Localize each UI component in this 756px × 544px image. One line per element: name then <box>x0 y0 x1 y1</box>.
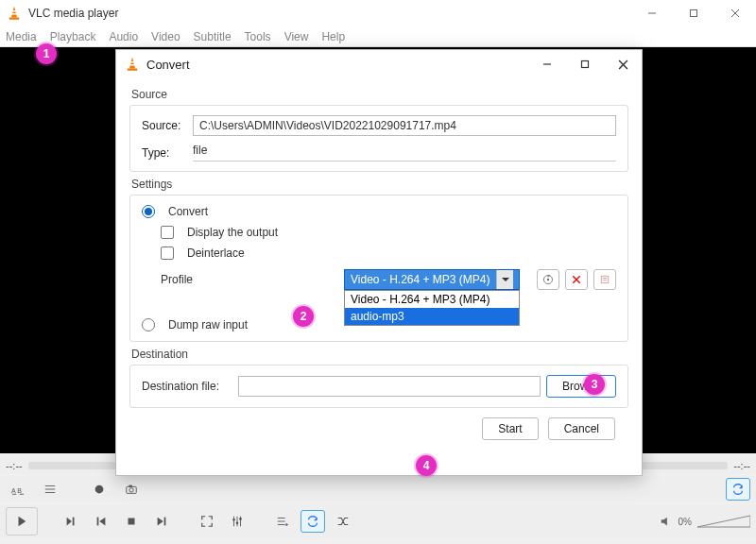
profile-dropdown: Video - H.264 + MP3 (MP4) audio-mp3 <box>344 290 520 326</box>
display-output-label: Display the output <box>187 226 278 239</box>
list-button[interactable] <box>38 478 62 501</box>
maximize-button[interactable] <box>673 0 714 26</box>
minimize-button[interactable] <box>631 0 673 26</box>
convert-dialog: Convert Source Source: Type: file Settin… <box>115 49 643 476</box>
svg-point-24 <box>239 518 242 520</box>
svg-rect-1 <box>11 13 17 15</box>
browse-button[interactable]: Browse <box>546 375 616 398</box>
svg-rect-14 <box>129 485 132 487</box>
destination-group: Destination file: Browse <box>129 365 628 408</box>
profile-option[interactable]: Video - H.264 + MP3 (MP4) <box>345 291 519 308</box>
vlc-cone-icon <box>6 5 23 22</box>
repeat-button[interactable] <box>301 510 325 533</box>
profile-option[interactable]: audio-mp3 <box>345 308 519 325</box>
destination-group-label: Destination <box>131 348 628 361</box>
svg-rect-28 <box>130 61 135 63</box>
start-button[interactable]: Start <box>482 417 538 440</box>
playlist-button[interactable] <box>270 510 295 533</box>
controls-row: 0% <box>0 504 756 538</box>
destination-file-input[interactable] <box>238 376 541 397</box>
dialog-minimize-button[interactable] <box>528 50 566 78</box>
dialog-titlebar[interactable]: Convert <box>116 50 642 78</box>
svg-rect-2 <box>9 18 20 20</box>
svg-rect-17 <box>129 518 135 525</box>
source-label: Source: <box>142 119 187 132</box>
dialog-title: Convert <box>146 58 528 72</box>
svg-point-35 <box>547 279 549 280</box>
svg-point-13 <box>129 488 133 492</box>
dump-raw-radio[interactable] <box>142 318 155 332</box>
svg-rect-18 <box>164 518 166 526</box>
svg-point-22 <box>232 518 235 521</box>
menubar: Media Playback Audio Video Subtitle Tool… <box>0 26 756 47</box>
snapshot-button[interactable] <box>119 478 144 501</box>
annotation-badge: 4 <box>416 455 437 476</box>
step-play-button[interactable] <box>59 510 83 533</box>
play-button[interactable] <box>6 507 38 536</box>
menu-video[interactable]: Video <box>151 30 180 43</box>
svg-text:A B: A B <box>11 487 22 494</box>
toolbar-upper: A B <box>0 476 756 502</box>
edit-profile-button[interactable] <box>537 269 559 290</box>
volume-slider[interactable] <box>697 514 750 529</box>
profile-combobox[interactable]: Video - H.264 + MP3 (MP4) Video - H.264 … <box>344 269 520 290</box>
type-label: Type: <box>142 146 187 160</box>
settings-group: Convert Display the output Deinterlace P… <box>129 195 628 342</box>
svg-point-23 <box>236 521 239 524</box>
main-window-title: VLC media player <box>28 7 631 20</box>
svg-rect-15 <box>73 518 75 526</box>
delete-profile-button[interactable] <box>565 269 588 290</box>
menu-subtitle[interactable]: Subtitle <box>194 30 232 43</box>
menu-media[interactable]: Media <box>6 30 37 43</box>
vlc-cone-icon <box>124 56 141 73</box>
record-button[interactable] <box>87 478 112 501</box>
main-titlebar: VLC media player <box>0 0 756 26</box>
svg-rect-29 <box>129 64 135 66</box>
source-group-label: Source <box>131 88 628 101</box>
menu-tools[interactable]: Tools <box>245 30 271 43</box>
convert-radio-label: Convert <box>168 205 208 218</box>
deinterlace-checkbox[interactable] <box>161 246 174 260</box>
type-value: file <box>193 144 616 162</box>
dialog-maximize-button[interactable] <box>566 50 604 78</box>
new-profile-button[interactable] <box>593 269 616 290</box>
annotation-badge: 3 <box>584 374 605 395</box>
menu-view[interactable]: View <box>284 30 309 43</box>
svg-rect-16 <box>97 518 99 526</box>
dump-raw-label: Dump raw input <box>168 318 248 332</box>
profile-selected-value: Video - H.264 + MP3 (MP4) <box>351 273 490 286</box>
volume-percent: 0% <box>679 517 692 527</box>
svg-point-11 <box>95 485 104 494</box>
shuffle-button[interactable] <box>331 510 355 533</box>
profile-label: Profile <box>161 273 217 286</box>
svg-rect-38 <box>601 276 609 283</box>
destination-file-label: Destination file: <box>142 380 232 393</box>
stop-button[interactable] <box>119 510 144 533</box>
speaker-icon <box>660 515 673 528</box>
svg-rect-4 <box>691 10 697 17</box>
annotation-badge: 2 <box>293 306 314 327</box>
cancel-button[interactable]: Cancel <box>548 417 615 440</box>
source-group: Source: Type: file <box>129 105 628 172</box>
menu-help[interactable]: Help <box>321 30 345 43</box>
svg-rect-0 <box>12 10 17 12</box>
svg-rect-32 <box>582 61 589 68</box>
settings-group-label: Settings <box>131 178 628 191</box>
loop-mode-button[interactable] <box>726 478 750 501</box>
dialog-close-button[interactable] <box>604 50 642 78</box>
ab-loop-button[interactable]: A B <box>6 478 30 501</box>
close-button[interactable] <box>714 0 756 26</box>
time-elapsed: --:-- <box>6 460 23 471</box>
menu-audio[interactable]: Audio <box>109 30 138 43</box>
volume-control[interactable]: 0% <box>660 514 750 529</box>
equalizer-button[interactable] <box>225 510 249 533</box>
fullscreen-button[interactable] <box>195 510 219 533</box>
next-button[interactable] <box>149 510 174 533</box>
convert-radio[interactable] <box>142 205 155 218</box>
prev-button[interactable] <box>89 510 113 533</box>
display-output-checkbox[interactable] <box>161 226 174 239</box>
annotation-badge: 1 <box>36 43 57 64</box>
source-input[interactable] <box>193 115 616 136</box>
menu-playback[interactable]: Playback <box>50 30 96 43</box>
svg-rect-30 <box>128 69 138 71</box>
